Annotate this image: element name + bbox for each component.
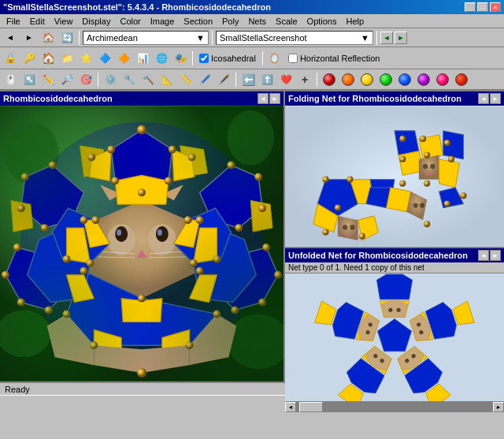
home-button[interactable]: 🏠 bbox=[39, 30, 57, 46]
tool-3[interactable]: ✏️ bbox=[39, 71, 57, 88]
svg-point-117 bbox=[322, 229, 328, 235]
svg-point-104 bbox=[423, 164, 428, 169]
tool-6[interactable]: ⚙️ bbox=[102, 71, 119, 88]
svg-point-116 bbox=[335, 205, 341, 211]
folding-net-header: Folding Net for Rhombicosidodecahedron ◄… bbox=[285, 91, 504, 106]
minimize-button[interactable]: _ bbox=[465, 2, 476, 12]
svg-point-115 bbox=[346, 177, 353, 183]
tool-5[interactable]: 🎯 bbox=[77, 71, 94, 88]
icosahedral-checkbox[interactable] bbox=[199, 54, 209, 63]
tb-icon-7[interactable]: 🔶 bbox=[115, 50, 132, 67]
menu-image[interactable]: Image bbox=[146, 16, 180, 27]
menu-options[interactable]: Options bbox=[302, 16, 342, 27]
toolbar-sep-2 bbox=[212, 31, 213, 45]
tool-11[interactable]: 🖊️ bbox=[196, 71, 213, 88]
unfolded-net-svg bbox=[285, 273, 504, 401]
svg-marker-94 bbox=[338, 216, 358, 240]
unfolded-net-viewport[interactable] bbox=[285, 273, 504, 401]
nav-prev-button[interactable]: ◄ bbox=[380, 32, 393, 44]
tb-icon-10[interactable]: 🎭 bbox=[172, 50, 189, 67]
toolbar-sep-7 bbox=[235, 73, 236, 87]
toolbar-sep-3 bbox=[376, 31, 377, 45]
combo-area: Archimedean ▼ bbox=[83, 31, 209, 45]
menu-section[interactable]: Section bbox=[179, 16, 217, 27]
tb-icon-6[interactable]: 🔷 bbox=[96, 50, 113, 67]
left-viewport[interactable] bbox=[0, 106, 284, 381]
svg-point-118 bbox=[359, 233, 365, 240]
unfolded-net-prev[interactable]: ◄ bbox=[478, 250, 489, 261]
toolbar-sep-5 bbox=[262, 51, 263, 65]
menu-display[interactable]: Display bbox=[77, 16, 115, 27]
menu-nets[interactable]: Nets bbox=[243, 16, 271, 27]
menu-view[interactable]: View bbox=[50, 16, 78, 27]
reflection-checkbox[interactable] bbox=[288, 54, 298, 63]
back-button[interactable]: ◄ bbox=[2, 30, 19, 46]
left-panel-prev[interactable]: ◄ bbox=[258, 93, 269, 104]
folding-net-prev[interactable]: ◄ bbox=[478, 93, 489, 104]
tb-icon-1[interactable]: 🔒 bbox=[2, 50, 19, 67]
folding-net-panel: Folding Net for Rhombicosidodecahedron ◄… bbox=[285, 91, 504, 248]
color-ball-2[interactable] bbox=[339, 71, 357, 88]
menu-edit[interactable]: Edit bbox=[25, 16, 50, 27]
color-ball-4[interactable] bbox=[377, 71, 395, 88]
tool-up-arrow[interactable]: ⬆️ bbox=[258, 71, 276, 88]
unfolded-net-header: Unfolded Net for Rhombicosidodecahedron … bbox=[285, 248, 504, 262]
menu-help[interactable]: Help bbox=[342, 16, 369, 27]
unfolded-net-next[interactable]: ► bbox=[490, 250, 501, 261]
scroll-right-button[interactable]: ► bbox=[493, 402, 504, 412]
menu-scale[interactable]: Scale bbox=[271, 16, 302, 27]
svg-point-105 bbox=[430, 164, 435, 169]
menu-poly[interactable]: Poly bbox=[217, 16, 243, 27]
scroll-left-button[interactable]: ◄ bbox=[285, 402, 296, 412]
tb-icon-3[interactable]: 🏠 bbox=[39, 50, 57, 67]
forward-button[interactable]: ► bbox=[20, 30, 38, 46]
unfolded-net-panel: Unfolded Net for Rhombicosidodecahedron … bbox=[285, 248, 504, 412]
tb-icon-8[interactable]: 📊 bbox=[134, 50, 151, 67]
color-ball-8[interactable] bbox=[453, 71, 470, 88]
tool-9[interactable]: 📐 bbox=[158, 71, 176, 88]
svg-point-112 bbox=[413, 203, 418, 208]
svg-point-123 bbox=[424, 152, 430, 158]
tool-12[interactable]: 🖋️ bbox=[215, 71, 232, 88]
nav-next-button[interactable]: ► bbox=[395, 32, 407, 44]
close-button[interactable]: × bbox=[490, 2, 501, 12]
left-panel-next[interactable]: ► bbox=[269, 93, 280, 104]
tb-icon-reflection[interactable]: 🪞 bbox=[266, 50, 284, 67]
tool-2[interactable]: ↖️ bbox=[20, 71, 38, 88]
tb-icon-2[interactable]: 🔑 bbox=[20, 50, 38, 67]
tb-icon-9[interactable]: 🌐 bbox=[153, 50, 170, 67]
tool-7[interactable]: 🔧 bbox=[120, 71, 138, 88]
tool-1[interactable]: 🖱️ bbox=[2, 71, 19, 88]
tool-heart[interactable]: ❤️ bbox=[277, 71, 295, 88]
folding-net-next[interactable]: ► bbox=[490, 93, 501, 104]
scrollbar-horizontal[interactable]: ◄ ► bbox=[285, 401, 504, 412]
scroll-track[interactable] bbox=[296, 402, 493, 412]
svg-point-128 bbox=[460, 192, 466, 199]
polyhedron-name-combo[interactable]: SmallStellaScreenshot ▼ bbox=[216, 31, 373, 45]
menu-bar: File Edit View Display Color Image Secti… bbox=[0, 14, 504, 28]
scroll-thumb[interactable] bbox=[299, 402, 323, 412]
tool-red-arrow[interactable]: ⬅️ bbox=[239, 71, 257, 88]
color-ball-7[interactable] bbox=[434, 71, 451, 88]
toolbar-tools: 🖱️ ↖️ ✏️ 🔎 🎯 ⚙️ 🔧 🔨 📐 📏 🖊️ 🖋️ ⬅️ ⬆️ ❤️ + bbox=[0, 69, 504, 90]
svg-point-96 bbox=[343, 225, 347, 229]
color-ball-1[interactable] bbox=[321, 71, 338, 88]
toolbar-nav: ◄ ► 🏠 🔄 Archimedean ▼ SmallStellaScreens… bbox=[0, 28, 504, 47]
folding-net-viewport[interactable] bbox=[285, 106, 504, 247]
menu-color[interactable]: Color bbox=[115, 16, 145, 27]
tool-10[interactable]: 📏 bbox=[177, 71, 195, 88]
tool-plus[interactable]: + bbox=[296, 71, 313, 88]
left-panel-header: Rhombicosidodecahedron ◄ ► bbox=[0, 91, 284, 106]
tool-4[interactable]: 🔎 bbox=[58, 71, 76, 88]
menu-file[interactable]: File bbox=[2, 16, 25, 27]
maximize-button[interactable]: □ bbox=[477, 2, 488, 12]
tool-8[interactable]: 🔨 bbox=[139, 71, 157, 88]
color-ball-5[interactable] bbox=[396, 71, 413, 88]
tb-icon-5[interactable]: ⭐ bbox=[77, 50, 94, 67]
poly-family-combo[interactable]: Archimedean ▼ bbox=[83, 31, 209, 45]
color-ball-3[interactable] bbox=[358, 71, 376, 88]
color-ball-6[interactable] bbox=[415, 71, 432, 88]
refresh-button[interactable]: 🔄 bbox=[58, 30, 76, 46]
toolbar-sep-8 bbox=[317, 73, 317, 87]
tb-icon-4[interactable]: 📁 bbox=[58, 50, 76, 67]
